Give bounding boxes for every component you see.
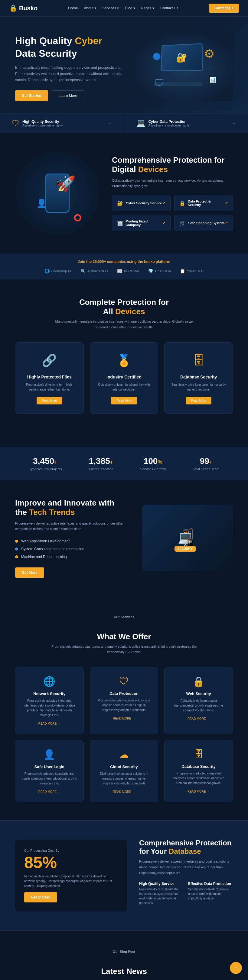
complete-heading: Complete Protection for All Devices	[15, 298, 233, 316]
host-icon: 💎	[148, 269, 154, 274]
nav-item-home[interactable]: Home	[68, 6, 78, 10]
card-database-security: 🗄 Database Security Seamlessly drive lon…	[164, 342, 233, 414]
latest-news-section: Our Blog Post Latest News Progressively …	[0, 931, 248, 980]
nav-cta-button[interactable]: Contact Us	[209, 4, 239, 13]
nb-icon: 📰	[117, 269, 122, 274]
dot-icon-3	[15, 555, 18, 558]
logo[interactable]: 🔒 Busko	[9, 4, 37, 12]
offer-desc-4: Progressively adapted standards and qual…	[21, 772, 77, 786]
arrow-up-icon: ↗	[162, 201, 165, 205]
offer-read-more-4[interactable]: READ MORE →	[21, 790, 77, 794]
label-tag: SECURITY	[174, 546, 196, 552]
arrow-up-icon-2: ↗	[225, 201, 228, 205]
stat-projects: 3,450+ Cybersecurity Projects	[29, 457, 62, 471]
card-title-1: Highly Protected Files	[21, 375, 77, 379]
offer-card-login: 👤 Safe User Login Progressively adapted …	[15, 740, 84, 802]
offer-desc-5: Distinctively whatsoever solutions in or…	[96, 772, 152, 786]
cloud-icon: ☁	[96, 749, 152, 760]
db-get-started-button[interactable]: Get Started	[24, 892, 57, 902]
stat-team: 99+ Total Expert Team	[193, 457, 219, 471]
hero-text: High Quality Cyber Data Security Enthusi…	[15, 35, 130, 101]
offer-title-5: Cloud Security	[96, 765, 152, 769]
tech-get-more-button[interactable]: Get More	[15, 567, 44, 578]
card-title-3: Database Security	[171, 375, 227, 379]
shield-icon: 🛡	[154, 77, 165, 89]
comp-description: Collaboratively disintermediate inter-st…	[112, 178, 233, 189]
lock-icon: 🔐	[117, 200, 123, 206]
offer-desc-3: Authoritatively interconnect transcenden…	[171, 698, 227, 713]
database-protection-section: Cut Processing Cost By 85% Monotonectall…	[0, 821, 248, 931]
dot-icon-1	[15, 540, 18, 542]
dot-icon-2	[15, 547, 18, 550]
arrow-icon-2: →	[231, 121, 236, 126]
offer-desc-1: Progressively adopted integrated interfa…	[21, 698, 77, 718]
web-sec-icon: 🔒	[171, 676, 227, 687]
db-feature-desc-2: Seamlessly cultivate 2.0 quite ors and w…	[188, 887, 233, 900]
arrow-icon: →	[107, 121, 112, 126]
trust-logo-4: 💎 Host Gem	[148, 269, 171, 274]
cost-percent: 85%	[24, 854, 118, 870]
complete-protection-section: Complete Protection for All Devices Mono…	[0, 280, 248, 447]
hero-learn-more-button[interactable]: Learn More	[52, 90, 84, 101]
feature-bar-item-cyber[interactable]: 💻 Cyber Data Protection Assertively revo…	[124, 113, 248, 133]
offer-card-database: 🗄 Database Security Progressively adopte…	[164, 740, 233, 802]
stat-service: 100% Service Guaranty	[140, 457, 166, 471]
card-btn-3[interactable]: Read More	[186, 397, 211, 404]
offer-read-more-3[interactable]: READ MORE →	[171, 717, 227, 721]
offer-read-more-1[interactable]: READ MORE →	[21, 722, 77, 725]
offer-read-more-6[interactable]: READ MORE →	[171, 790, 227, 793]
trust-logo-3: 📰 NB Media	[117, 269, 139, 274]
db-feature-1: High Quality Service Energistically reca…	[139, 881, 184, 905]
db-features: High Quality Service Energistically reca…	[139, 881, 233, 905]
hero-description: Enthusiastically morph cutting-edge e-se…	[15, 65, 130, 83]
card-highly-protected: 🔗 Highly Protected Files Progressively d…	[15, 342, 84, 414]
chain-icon: 🔗	[40, 352, 58, 370]
tech-list: Web Application Development System Consu…	[15, 539, 130, 559]
features-bar: 🛡 High Quality Security Assertively diss…	[0, 113, 248, 133]
hero-get-started-button[interactable]: Get Started	[15, 90, 48, 101]
offer-card-web: 🔒 Web Security Authoritatively interconn…	[164, 667, 233, 734]
navbar: 🔒 Busko Home About ▾ Services ▾ Blog ▾ P…	[0, 0, 248, 17]
card-btn-2[interactable]: Read More	[111, 397, 137, 404]
nav-item-blog[interactable]: Blog ▾	[125, 6, 135, 10]
building-icon: 🏢	[117, 220, 123, 226]
card-desc-1: Progressively drive long-term high-perfo…	[21, 382, 77, 392]
card-btn-1[interactable]: Read More	[37, 397, 62, 404]
offer-title-1: Network Security	[21, 692, 77, 696]
service-meeting[interactable]: 🏢 Meeting Fixed Company ↗	[112, 215, 171, 231]
offer-card-cloud: ☁ Cloud Security Distinctively whatsoeve…	[90, 740, 158, 802]
shield-icon: 🛡	[12, 119, 19, 127]
service-data[interactable]: 🔒 Data Protect & Security ↗	[174, 195, 233, 211]
hero-illustration: 🔐 ⚙ 🛡 🔵 📊	[136, 35, 233, 101]
offer-read-more-5[interactable]: READ MORE →	[96, 790, 152, 794]
chart-icon: 📊	[210, 76, 216, 83]
service-cyber[interactable]: 🔐 Cyber Security Service ↗	[112, 195, 171, 211]
cost-description: Monotonectally negotiate exceptional int…	[24, 874, 118, 889]
tech-list-item-2: System Consulting and Implementation	[15, 547, 130, 551]
logo-text: Busko	[19, 5, 37, 12]
offer-cards-grid: 🌐 Network Security Progressively adopted…	[15, 667, 233, 802]
gear-icon: ⚙	[204, 47, 215, 60]
nav-item-pages[interactable]: Pages ▾	[141, 6, 154, 10]
news-heading: Latest News	[15, 967, 233, 976]
trust-logos: 🌐 Bootstrap Fr 🔍 Autores SEO 📰 NB Media …	[15, 269, 233, 274]
offer-read-more-2[interactable]: READ MORE →	[96, 717, 152, 720]
service-shopping[interactable]: 🛒 Safe Shopping System ↗	[174, 215, 233, 231]
db-feature-desc-1: Energistically recapitulate the transcen…	[139, 887, 184, 905]
offer-title-4: Safe User Login	[21, 765, 77, 769]
offer-title-2: Data Protection	[96, 691, 152, 696]
nav-item-services[interactable]: Services ▾	[102, 6, 119, 10]
protection-cards: 🔗 Highly Protected Files Progressively d…	[15, 342, 233, 414]
offer-section-label: Our Services	[48, 614, 200, 620]
rocket-icon: 🚀	[57, 175, 75, 192]
yoast-icon: 📋	[180, 269, 185, 274]
what-we-offer-section: Our Services What We Offer Progressively…	[0, 596, 248, 820]
feature-bar-item-security[interactable]: 🛡 High Quality Security Assertively diss…	[0, 113, 124, 133]
complete-description: Monotonectally negotiate innovative inte…	[48, 319, 200, 330]
laptop-screen: 🔐	[161, 43, 203, 71]
offer-heading: What We Offer	[15, 632, 233, 641]
shield-svc-icon: 🔒	[179, 200, 186, 206]
scroll-to-top-button[interactable]: ↑	[230, 962, 242, 974]
nav-item-about[interactable]: About ▾	[84, 6, 96, 10]
nav-item-contact[interactable]: Contact Us	[160, 6, 178, 10]
